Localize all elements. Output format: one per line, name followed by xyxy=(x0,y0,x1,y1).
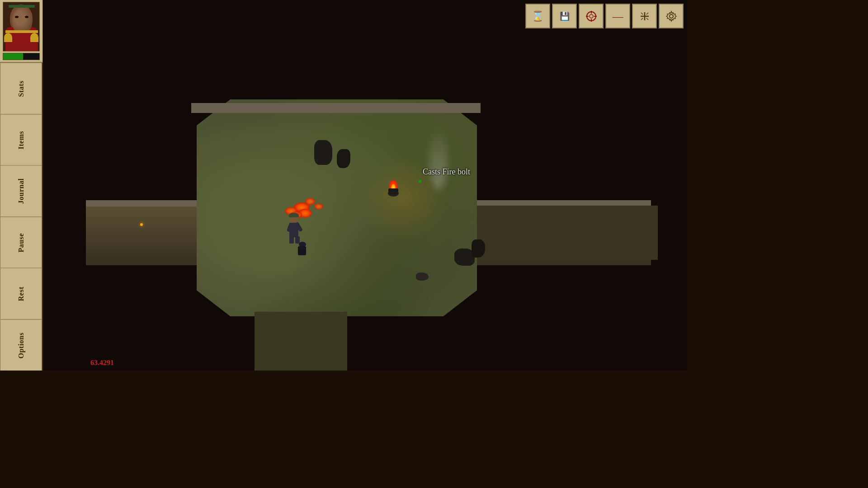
svg-point-12 xyxy=(670,14,673,18)
rest-button[interactable]: Rest xyxy=(0,268,42,319)
game-viewport[interactable]: Casts Fire bolt 63.4291 ⌛ 💾 xyxy=(43,0,687,371)
candle-light xyxy=(140,223,143,226)
cauldron xyxy=(388,188,398,195)
svg-line-8 xyxy=(641,13,643,14)
stats-button[interactable]: Stats xyxy=(0,63,42,114)
target-icon xyxy=(585,10,598,23)
hourglass-icon: ⌛ xyxy=(532,11,544,21)
enemy-creature xyxy=(301,242,312,255)
gold-counter: 63.4291 xyxy=(90,359,114,367)
health-bar-empty xyxy=(23,53,39,60)
options-button[interactable]: Options xyxy=(0,319,42,371)
svg-line-10 xyxy=(641,18,643,20)
health-bar-fill xyxy=(3,53,23,60)
settings-button[interactable] xyxy=(659,4,684,28)
combat-text: Casts Fire bolt xyxy=(423,167,470,177)
sidebar: Stats Items Journal Pause Rest Options xyxy=(0,0,43,371)
save-button[interactable]: 💾 xyxy=(552,4,577,28)
minus-button[interactable]: — xyxy=(605,4,630,28)
health-bar xyxy=(3,53,40,60)
combat-text-label: Casts Fire bolt xyxy=(423,167,470,176)
gear-icon xyxy=(665,10,677,22)
enemy-torso xyxy=(298,246,306,255)
time-button[interactable]: ⌛ xyxy=(525,4,550,28)
minus-icon: — xyxy=(613,11,623,22)
toolbar: ⌛ 💾 — xyxy=(525,4,684,28)
svg-line-11 xyxy=(646,18,648,20)
save-icon: 💾 xyxy=(560,12,570,20)
enemy-health-indicator xyxy=(419,180,421,183)
options-label: Options xyxy=(17,332,25,358)
rock-1 xyxy=(314,140,332,165)
campfire xyxy=(387,183,400,197)
pause-label: Pause xyxy=(17,233,25,253)
items-button[interactable]: Items xyxy=(0,114,42,166)
stats-label: Stats xyxy=(17,80,25,97)
journal-label: Journal xyxy=(17,178,25,204)
expand-button[interactable] xyxy=(632,4,657,28)
rubble-1 xyxy=(416,272,429,281)
items-label: Items xyxy=(17,131,25,149)
character-panel xyxy=(0,0,42,63)
bottom-passage xyxy=(255,312,347,371)
expand-icon xyxy=(639,10,651,22)
rest-label: Rest xyxy=(17,286,25,301)
pause-button[interactable]: Pause xyxy=(0,217,42,268)
room-wall-top xyxy=(191,103,481,113)
fire-blob-5 xyxy=(314,203,323,210)
player-helmet xyxy=(289,213,299,217)
right-passage xyxy=(477,206,658,260)
fire-blob-3 xyxy=(305,198,315,205)
gold-value: 63.4291 xyxy=(90,359,114,366)
target-button[interactable] xyxy=(579,4,604,28)
rock-2 xyxy=(337,149,350,168)
svg-point-1 xyxy=(590,14,593,18)
player-character xyxy=(287,215,301,237)
player-leg-left xyxy=(289,236,294,244)
smoke-effect xyxy=(429,127,448,190)
journal-button[interactable]: Journal xyxy=(0,165,42,217)
svg-line-9 xyxy=(646,13,648,14)
rock-4 xyxy=(472,239,485,258)
character-portrait xyxy=(3,2,40,52)
